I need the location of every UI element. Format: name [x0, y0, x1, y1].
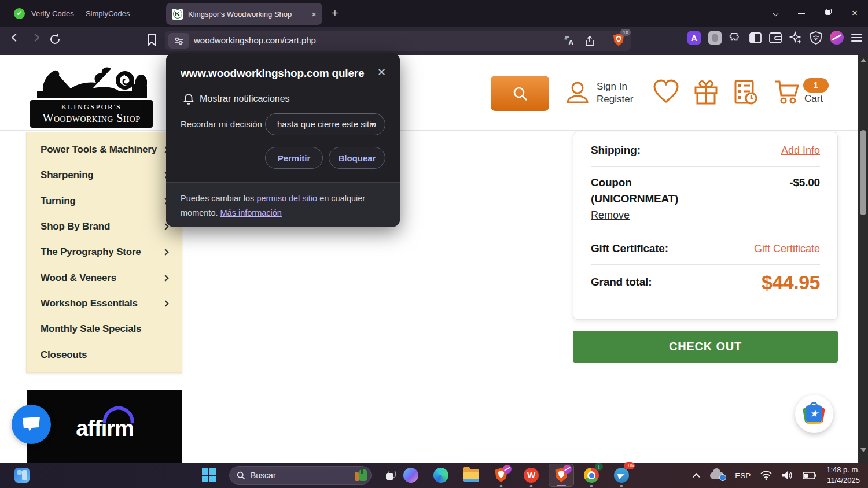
- widgets-button[interactable]: [13, 463, 31, 488]
- tab-simplycodes[interactable]: ✓ Verify Codes — SimplyCodes: [6, 0, 138, 27]
- sidebar-menu-item[interactable]: Closeouts: [27, 349, 182, 361]
- gift-icon[interactable]: [693, 79, 719, 106]
- share-icon[interactable]: [584, 35, 595, 47]
- sidebar-menu-item[interactable]: Wood & Veneers: [27, 272, 182, 284]
- allow-button[interactable]: Permitir: [265, 147, 323, 169]
- onedrive-icon[interactable]: [710, 471, 725, 480]
- taskbar-copilot[interactable]: [398, 463, 424, 488]
- site-logo[interactable]: KLINGSPOR'S Woodworking Shop: [30, 58, 153, 129]
- taskbar-telegram[interactable]: ..86: [609, 463, 634, 488]
- translate-icon[interactable]: ≡ A: [564, 36, 576, 46]
- tray-expand-icon[interactable]: [693, 473, 700, 480]
- window-minimize-button[interactable]: [788, 9, 815, 18]
- logo-line1: KLINGSPOR'S: [30, 102, 153, 112]
- coupon-value: -$5.00: [789, 176, 820, 189]
- taskbar-chrome[interactable]: j: [579, 463, 604, 488]
- sidebar-menu-item[interactable]: Monthly Sale Specials: [27, 323, 182, 335]
- page-scrollbar[interactable]: [858, 55, 868, 463]
- chat-bubble-button[interactable]: [12, 405, 51, 444]
- dropdown-caret-icon: [370, 123, 376, 127]
- signin-register[interactable]: Sign In Register: [597, 80, 633, 106]
- shipping-add-info-link[interactable]: Add Info: [781, 145, 820, 157]
- tab-woodworkingshop[interactable]: K Klingspor's Woodworking Shop ×: [166, 3, 322, 25]
- taskbar-file-explorer[interactable]: [458, 463, 484, 488]
- cart-label[interactable]: Cart: [804, 93, 823, 105]
- taskbar-brave-2-active[interactable]: [549, 464, 574, 487]
- wishlist-heart-icon[interactable]: [653, 79, 679, 105]
- chevron-right-icon: [162, 275, 168, 281]
- menu-hamburger-icon[interactable]: [851, 34, 862, 42]
- start-button[interactable]: [198, 463, 219, 488]
- window-close-button[interactable]: ×: [841, 8, 868, 19]
- taskbar-wps[interactable]: W: [518, 463, 544, 488]
- search-placeholder: Buscar: [251, 471, 354, 480]
- battery-icon[interactable]: [803, 472, 816, 479]
- windows-taskbar: Buscar W j ..86 ESP: [0, 463, 868, 488]
- sidebar-toggle-icon[interactable]: [749, 32, 762, 43]
- cart-icon[interactable]: [774, 79, 801, 105]
- block-button[interactable]: Bloquear: [329, 147, 385, 169]
- scrollbar-thumb[interactable]: [860, 130, 866, 215]
- dialog-remember-dropdown[interactable]: hasta que cierre este sitio: [265, 113, 385, 135]
- dialog-footer: Puedes cambiar los permiso del sitio en …: [166, 182, 400, 227]
- header-divider: [0, 130, 858, 131]
- gift-certificate-link[interactable]: Gift Certificate: [754, 243, 820, 255]
- tab-search-chevron-icon[interactable]: [762, 9, 788, 18]
- copilot-icon: [403, 468, 418, 483]
- signin-label[interactable]: Sign In: [597, 80, 633, 93]
- dialog-remember-label: Recordar mi decisión: [181, 119, 262, 129]
- site-permissions-link[interactable]: permiso del sitio: [256, 194, 317, 203]
- taskbar-search[interactable]: Buscar: [229, 466, 372, 485]
- shipping-label: Shipping:: [591, 144, 641, 157]
- checkout-button[interactable]: CHECK OUT: [573, 331, 838, 363]
- scroll-up-arrow[interactable]: [860, 58, 866, 62]
- account-icon[interactable]: [564, 79, 591, 106]
- order-history-icon[interactable]: [733, 79, 758, 106]
- brave-icon: [493, 467, 509, 483]
- reload-button[interactable]: [49, 33, 61, 46]
- volume-icon[interactable]: [782, 471, 793, 480]
- leo-ai-sparkle-icon[interactable]: [789, 31, 802, 44]
- coupon-remove-link[interactable]: Remove: [591, 209, 630, 221]
- window-restore-button[interactable]: [815, 9, 841, 18]
- active-indicator: [557, 485, 566, 486]
- bookmark-icon[interactable]: [146, 34, 157, 46]
- extension-grey-icon[interactable]: [708, 31, 722, 45]
- wallet-icon[interactable]: [769, 32, 782, 43]
- sidebar-menu-item[interactable]: Shop By Brand: [27, 221, 182, 232]
- scroll-down-arrow[interactable]: [860, 448, 866, 452]
- site-search-button[interactable]: [491, 76, 549, 111]
- language-indicator[interactable]: ESP: [735, 471, 751, 480]
- dialog-title: www.woodworkingshop.com quiere: [181, 67, 364, 80]
- new-tab-button[interactable]: +: [332, 7, 339, 20]
- address-bar[interactable]: woodworkingshop.com/cart.php ≡ A 10: [165, 31, 631, 51]
- sidebar-menu-item[interactable]: Sharpening: [27, 169, 182, 181]
- search-icon: [512, 85, 529, 102]
- vpn-shield-icon[interactable]: [810, 31, 822, 45]
- grand-total-value: $44.95: [762, 271, 820, 294]
- site-settings-icon[interactable]: [168, 33, 189, 49]
- clock-time: 1:48 p. m.: [826, 465, 860, 475]
- page-content: KLINGSPOR'S Woodworking Shop Sign In Reg…: [0, 55, 868, 463]
- sidebar-menu-item[interactable]: Workshop Essentials: [27, 298, 182, 309]
- profile-badge-icon: [563, 465, 572, 474]
- sidebar-menu-item[interactable]: Power Tools & Machinery: [27, 144, 182, 156]
- sidebar-menu-item[interactable]: Turning: [27, 195, 182, 207]
- taskbar-edge[interactable]: [428, 463, 454, 488]
- register-label[interactable]: Register: [597, 93, 633, 106]
- extension-a-icon[interactable]: A: [687, 31, 701, 45]
- taskbar-clock[interactable]: 1:48 p. m. 11/4/2025: [826, 465, 860, 485]
- learn-more-link[interactable]: Más información: [220, 208, 282, 217]
- extensions-puzzle-icon[interactable]: [729, 31, 742, 44]
- cart-summary-panel: Shipping: Add Info Coupon -$5.00 (UNICOR…: [573, 132, 838, 320]
- tab-close-icon[interactable]: ×: [311, 9, 317, 19]
- profile-avatar[interactable]: [830, 31, 844, 45]
- sidebar-menu-item[interactable]: The Pyrography Store: [27, 246, 182, 258]
- forward-button[interactable]: [32, 35, 38, 40]
- taskbar-brave-1[interactable]: [488, 463, 514, 488]
- brave-shield-icon[interactable]: 10: [612, 33, 625, 49]
- back-button[interactable]: [13, 35, 19, 40]
- shopping-app-button[interactable]: ★: [795, 395, 833, 433]
- dialog-close-icon[interactable]: ✕: [377, 66, 386, 79]
- wifi-icon[interactable]: [760, 471, 772, 480]
